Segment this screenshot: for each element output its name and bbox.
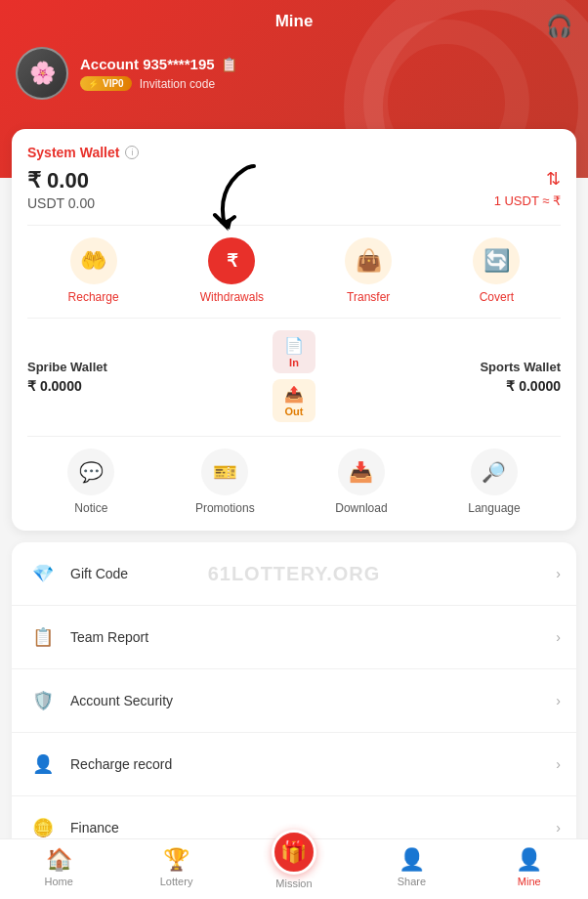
nav-item-lottery[interactable]: 🏆 Lottery xyxy=(147,847,206,889)
in-out-buttons: 📄 In 📤 Out xyxy=(273,330,315,422)
spribe-wallet: Spribe Wallet ₹ 0.0000 xyxy=(27,360,265,394)
notice-icon: 💬 xyxy=(67,449,114,495)
share-label: Share xyxy=(398,876,426,887)
finance-label: Finance xyxy=(70,820,556,835)
covert-icon: 🔄 xyxy=(473,237,520,284)
withdrawals-button[interactable]: ₹ Withdrawals xyxy=(200,237,264,304)
out-label: Out xyxy=(285,406,304,417)
download-icon: 📥 xyxy=(338,449,385,495)
gift-code-chevron: › xyxy=(556,566,561,581)
language-link[interactable]: 🔎 Language xyxy=(468,449,520,515)
team-report-icon: 📋 xyxy=(27,621,59,653)
mine-label: Mine xyxy=(518,876,541,887)
invitation-text[interactable]: Invitation code xyxy=(140,77,215,91)
bottom-nav: 🏠 Home 🏆 Lottery 🎁 Mission 👤 Share 👤 Min… xyxy=(0,838,588,899)
transfer-button[interactable]: 👜 Transfer xyxy=(345,237,392,304)
menu-item-recharge-record[interactable]: 👤 Recharge record › xyxy=(12,733,576,796)
team-report-chevron: › xyxy=(556,629,561,645)
share-icon: 👤 xyxy=(399,847,425,873)
gift-code-icon: 💎 xyxy=(27,558,59,589)
action-buttons: 🤲 Recharge ₹ Withdrawals 👜 Transfer 🔄 Co… xyxy=(27,225,561,304)
user-info: 🌸 Account 935****195 📋 ⚡ VIP0 Invitation… xyxy=(16,47,572,100)
inr-balance: ₹ 0.00 xyxy=(27,168,95,193)
user-details: Account 935****195 📋 ⚡ VIP0 Invitation c… xyxy=(80,56,237,91)
in-button[interactable]: 📄 In xyxy=(273,330,315,373)
recharge-icon: 🤲 xyxy=(70,237,117,284)
avatar: 🌸 xyxy=(16,47,68,100)
recharge-record-label: Recharge record xyxy=(70,756,556,772)
home-icon: 🏠 xyxy=(46,847,72,873)
account-security-chevron: › xyxy=(556,693,561,708)
menu-item-gift-code[interactable]: 💎 Gift Code 61LOTTERY.ORG › xyxy=(12,542,576,606)
lottery-icon: 🏆 xyxy=(163,847,189,873)
wallet-header: System Wallet i xyxy=(27,145,561,160)
withdrawals-icon: ₹ xyxy=(208,237,255,284)
promotions-link[interactable]: 🎫 Promotions xyxy=(195,449,255,515)
download-label: Download xyxy=(335,501,387,515)
download-link[interactable]: 📥 Download xyxy=(335,449,387,515)
balance-left: ₹ 0.00 USDT 0.00 xyxy=(27,168,95,211)
headset-icon[interactable]: 🎧 xyxy=(546,14,572,39)
spribe-wallet-balance: ₹ 0.0000 xyxy=(27,378,265,394)
spribe-wallet-title: Spribe Wallet xyxy=(27,360,265,374)
recharge-record-chevron: › xyxy=(556,756,561,772)
wallet-title: System Wallet xyxy=(27,145,119,160)
sports-wallet: Sports Wallet ₹ 0.0000 xyxy=(323,360,561,394)
menu-item-account-security[interactable]: 🛡️ Account Security › xyxy=(12,669,576,733)
language-label: Language xyxy=(468,501,520,515)
gift-code-label: Gift Code xyxy=(70,566,556,581)
mine-nav-icon: 👤 xyxy=(516,847,542,873)
notice-link[interactable]: 💬 Notice xyxy=(67,449,114,515)
copy-icon[interactable]: 📋 xyxy=(221,57,237,72)
in-label: In xyxy=(289,357,299,368)
notice-label: Notice xyxy=(74,501,107,515)
balance-row: ₹ 0.00 USDT 0.00 ⇅ 1 USDT ≈ ₹ xyxy=(27,168,561,211)
account-security-label: Account Security xyxy=(70,693,556,708)
recharge-button[interactable]: 🤲 Recharge xyxy=(68,237,119,304)
balance-right: ⇅ 1 USDT ≈ ₹ xyxy=(494,168,561,208)
language-icon: 🔎 xyxy=(471,449,518,495)
main-card: System Wallet i ₹ 0.00 USDT 0.00 ⇅ 1 USD… xyxy=(12,129,576,531)
covert-button[interactable]: 🔄 Covert xyxy=(473,237,520,304)
menu-item-team-report[interactable]: 📋 Team Report › xyxy=(12,606,576,669)
usdt-rate: 1 USDT ≈ ₹ xyxy=(494,193,561,208)
out-button[interactable]: 📤 Out xyxy=(273,379,315,422)
vip-badge: ⚡ VIP0 xyxy=(80,76,132,91)
quick-links: 💬 Notice 🎫 Promotions 📥 Download 🔎 Langu… xyxy=(27,436,561,515)
account-security-icon: 🛡️ xyxy=(27,685,59,716)
menu-list: 💎 Gift Code 61LOTTERY.ORG › 📋 Team Repor… xyxy=(12,542,576,859)
promotions-icon: 🎫 xyxy=(201,449,248,495)
covert-label: Covert xyxy=(480,290,514,304)
sports-wallet-balance: ₹ 0.0000 xyxy=(323,378,561,394)
team-report-label: Team Report xyxy=(70,629,556,645)
account-name: Account 935****195 📋 xyxy=(80,56,237,72)
usdt-balance: USDT 0.00 xyxy=(27,195,95,211)
in-icon: 📄 xyxy=(284,336,304,355)
nav-item-share[interactable]: 👤 Share xyxy=(382,847,441,889)
recharge-record-icon: 👤 xyxy=(27,749,59,780)
page-title: Mine xyxy=(275,12,314,31)
lottery-label: Lottery xyxy=(160,876,193,887)
home-label: Home xyxy=(45,876,73,887)
withdrawals-label: Withdrawals xyxy=(200,290,264,304)
nav-item-mission[interactable]: 🎁 Mission xyxy=(265,847,323,889)
nav-item-home[interactable]: 🏠 Home xyxy=(29,847,88,889)
sports-wallet-title: Sports Wallet xyxy=(323,360,561,374)
mission-label: Mission xyxy=(275,878,312,889)
refresh-icon[interactable]: ⇅ xyxy=(546,168,561,190)
nav-item-mine[interactable]: 👤 Mine xyxy=(500,847,559,889)
finance-chevron: › xyxy=(556,820,561,835)
info-icon[interactable]: i xyxy=(125,146,139,159)
sub-wallets: Spribe Wallet ₹ 0.0000 📄 In 📤 Out Sports… xyxy=(27,318,561,422)
promotions-label: Promotions xyxy=(195,501,255,515)
mission-icon: 🎁 xyxy=(272,830,316,875)
recharge-label: Recharge xyxy=(68,290,119,304)
transfer-icon: 👜 xyxy=(345,237,392,284)
out-icon: 📤 xyxy=(284,385,304,404)
transfer-label: Transfer xyxy=(347,290,390,304)
